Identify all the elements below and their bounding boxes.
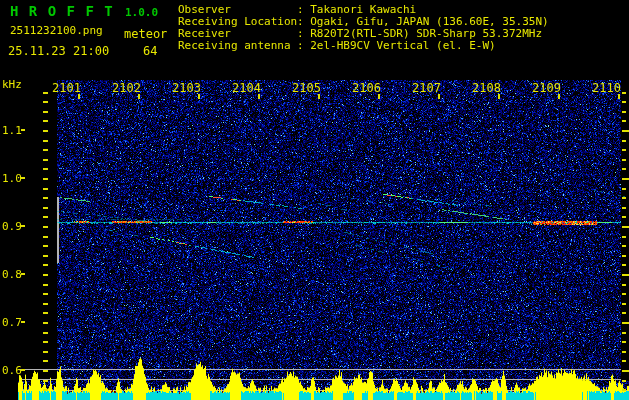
freq-minor-tick-left <box>43 120 48 122</box>
freq-minor-tick-right <box>622 92 626 94</box>
time-tick-label: 2108 <box>469 81 501 95</box>
freq-minor-tick-right <box>622 312 626 314</box>
freq-tick-label: 1.0 <box>2 172 20 185</box>
freq-major-dash <box>21 225 25 227</box>
freq-minor-tick-left <box>43 312 48 314</box>
freq-minor-tick-left <box>43 92 48 94</box>
freq-minor-tick-right <box>622 197 626 199</box>
freq-major-dash <box>21 177 25 179</box>
freq-major-dash <box>21 321 25 323</box>
mode-label: meteor <box>124 27 167 41</box>
freq-minor-tick-left <box>43 332 48 334</box>
echo-count: 64 <box>143 44 157 58</box>
time-tick-mark <box>438 94 440 99</box>
freq-minor-tick-right <box>622 293 626 295</box>
freq-minor-tick-left <box>43 111 48 113</box>
freq-minor-tick-right <box>622 188 626 190</box>
freq-minor-tick-right <box>622 245 626 247</box>
time-tick-mark <box>618 94 620 99</box>
freq-minor-tick-left <box>43 140 48 142</box>
freq-minor-tick-left <box>43 226 48 228</box>
freq-minor-tick-right <box>622 380 626 382</box>
freq-minor-tick-left <box>43 341 48 343</box>
station-info-row: Receiving antenna: 2el-HB9CV Vertical (e… <box>178 40 496 52</box>
freq-minor-tick-left <box>43 351 48 353</box>
freq-minor-tick-right <box>622 168 626 170</box>
app-title: H R O F F T <box>10 3 114 19</box>
freq-minor-tick-right <box>622 216 626 218</box>
freq-minor-tick-left <box>43 130 48 132</box>
time-tick-label: 2103 <box>169 81 201 95</box>
freq-minor-tick-left <box>43 380 48 382</box>
freq-minor-tick-right <box>622 101 626 103</box>
freq-minor-tick-left <box>43 149 48 151</box>
freq-minor-tick-left <box>43 360 48 362</box>
time-tick-label: 2107 <box>409 81 441 95</box>
info-separator: : <box>297 39 310 52</box>
freq-major-tick-right <box>622 130 629 132</box>
freq-tick-label: 0.6 <box>2 364 20 377</box>
freq-major-tick-right <box>622 226 629 228</box>
freq-minor-tick-left <box>43 207 48 209</box>
time-tick-label: 2109 <box>529 81 561 95</box>
output-filename: 2511232100.png <box>10 24 103 37</box>
freq-minor-tick-left <box>43 274 48 276</box>
freq-minor-tick-left <box>43 255 48 257</box>
freq-minor-tick-right <box>622 207 626 209</box>
freq-major-tick-right <box>622 322 629 324</box>
freq-tick-label: 1.1 <box>2 124 20 137</box>
time-tick-mark <box>198 94 200 99</box>
freq-minor-tick-right <box>622 255 626 257</box>
freq-major-tick-right <box>622 178 629 180</box>
freq-major-dash <box>21 273 25 275</box>
time-tick-mark <box>78 94 80 99</box>
freq-minor-tick-right <box>622 140 626 142</box>
time-tick-label: 2106 <box>349 81 381 95</box>
time-tick-label: 2102 <box>109 81 141 95</box>
freq-minor-tick-right <box>622 389 626 391</box>
freq-minor-tick-right <box>622 111 626 113</box>
time-tick-label: 2104 <box>229 81 261 95</box>
freq-minor-tick-left <box>43 101 48 103</box>
freq-major-tick-right <box>622 370 629 372</box>
datetime-label: 25.11.23 21:00 <box>8 44 109 58</box>
freq-major-dash <box>21 129 25 131</box>
freq-minor-tick-right <box>622 236 626 238</box>
time-tick-label: 2101 <box>49 81 81 95</box>
time-tick-mark <box>258 94 260 99</box>
spectrogram-canvas <box>0 0 629 400</box>
freq-minor-tick-left <box>43 303 48 305</box>
freq-minor-tick-left <box>43 245 48 247</box>
time-tick-mark <box>138 94 140 99</box>
freq-minor-tick-right <box>622 159 626 161</box>
freq-minor-tick-right <box>622 284 626 286</box>
freq-minor-tick-right <box>622 360 626 362</box>
time-tick-mark <box>378 94 380 99</box>
freq-minor-tick-left <box>43 264 48 266</box>
freq-minor-tick-right <box>622 351 626 353</box>
freq-minor-tick-right <box>622 120 626 122</box>
freq-tick-label: 0.9 <box>2 220 20 233</box>
freq-minor-tick-right <box>622 332 626 334</box>
freq-minor-tick-left <box>43 293 48 295</box>
freq-minor-tick-left <box>43 188 48 190</box>
time-tick-label: 2110 <box>589 81 621 95</box>
freq-minor-tick-left <box>43 284 48 286</box>
app-version: 1.0.0 <box>125 6 158 19</box>
info-value: 2el-HB9CV Vertical (el. E-W) <box>310 39 495 52</box>
time-tick-mark <box>498 94 500 99</box>
freq-minor-tick-left <box>43 168 48 170</box>
freq-minor-tick-left <box>43 370 48 372</box>
freq-minor-tick-left <box>43 216 48 218</box>
freq-axis-unit: kHz <box>2 78 22 91</box>
freq-minor-tick-right <box>622 149 626 151</box>
freq-minor-tick-left <box>43 178 48 180</box>
time-tick-mark <box>318 94 320 99</box>
freq-minor-tick-right <box>622 303 626 305</box>
time-tick-label: 2105 <box>289 81 321 95</box>
freq-major-dash <box>21 369 25 371</box>
freq-minor-tick-left <box>43 322 48 324</box>
freq-minor-tick-left <box>43 159 48 161</box>
freq-minor-tick-left <box>43 389 48 391</box>
freq-tick-label: 0.7 <box>2 316 20 329</box>
